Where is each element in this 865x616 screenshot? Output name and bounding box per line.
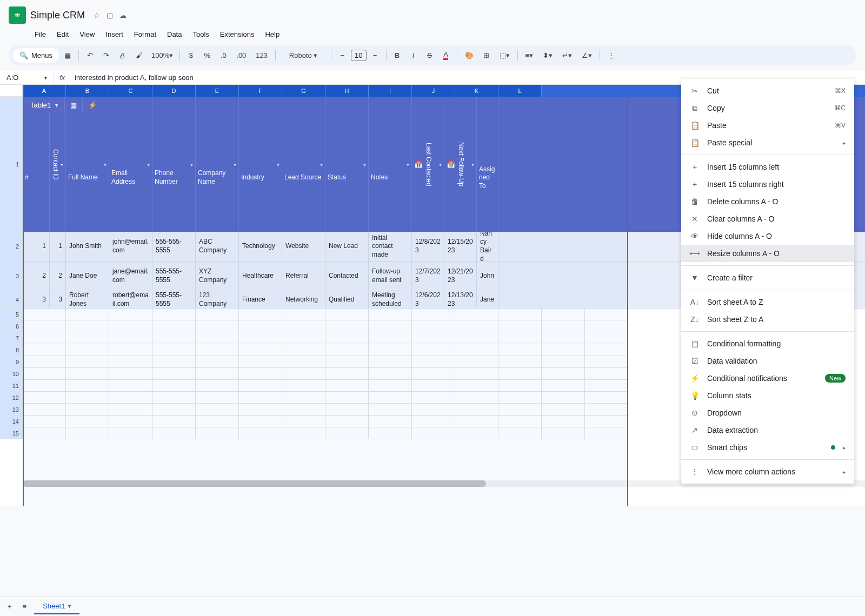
th-num[interactable]: # [23,97,50,232]
paint-format-icon[interactable]: 🖌 [131,47,147,63]
cell[interactable]: 555-555-5555 [152,291,196,308]
cell[interactable] [412,332,455,344]
row-header-6[interactable]: 6 [0,320,23,332]
menu-edit[interactable]: Edit [52,28,73,41]
cell[interactable]: 123 Company [196,291,239,308]
cell[interactable] [282,416,325,427]
col-header-h[interactable]: H [325,85,369,97]
row-header-14[interactable]: 14 [0,416,23,427]
cell[interactable]: 2 [50,262,66,291]
cell[interactable]: jane@email.com [109,262,152,291]
cell[interactable]: 1 [23,232,50,261]
cell[interactable] [196,427,239,439]
cell[interactable] [455,392,498,404]
cell[interactable] [498,404,542,416]
col-header-c[interactable]: C [109,85,152,97]
ctx-copy[interactable]: ⧉Copy⌘C [681,99,854,117]
cell[interactable] [369,320,412,332]
cell[interactable] [152,356,196,368]
cell[interactable] [412,368,455,380]
cell[interactable] [498,380,542,392]
th-lead[interactable]: Lead Source▾ [282,97,325,232]
cell[interactable] [412,404,455,416]
cell[interactable] [325,309,369,320]
cell[interactable] [498,344,542,356]
ctx-sort-za[interactable]: Z↓Sort sheet Z to A [681,311,854,328]
menu-insert[interactable]: Insert [101,28,128,41]
cell[interactable]: Networking [282,291,325,308]
row-header-2[interactable]: 2 [0,232,23,262]
chevron-down-icon[interactable]: ▾ [234,162,236,168]
cell[interactable]: 2 [23,262,50,291]
cell[interactable] [498,427,542,439]
cell[interactable] [498,392,542,404]
th-full-name[interactable]: Full Name▾ [66,97,109,232]
cell[interactable]: Jane Doe [66,262,109,291]
ctx-cond-fmt[interactable]: ▤Conditional formatting [681,335,854,352]
cell[interactable] [412,392,455,404]
cell[interactable] [239,416,282,427]
col-header-k[interactable]: K [455,85,498,97]
cell[interactable] [109,320,152,332]
row-header-5[interactable]: 5 [0,309,23,320]
chevron-down-icon[interactable]: ▾ [277,162,280,168]
ctx-insert-left[interactable]: +Insert 15 columns left [681,158,854,176]
ctx-filter[interactable]: ▼Create a filter [681,269,854,286]
chevron-down-icon[interactable]: ▾ [407,162,409,168]
cell[interactable]: Website [282,232,325,261]
percent-icon[interactable]: % [199,47,215,63]
cell[interactable] [369,404,412,416]
row-header-7[interactable]: 7 [0,332,23,344]
fontsize-input[interactable]: 10 [351,50,366,61]
cell[interactable]: Contacted [325,262,369,291]
cell[interactable] [239,392,282,404]
cell[interactable] [542,332,585,344]
cell[interactable]: Referral [282,262,325,291]
menu-data[interactable]: Data [163,28,186,41]
cell[interactable] [66,320,109,332]
cell[interactable] [412,427,455,439]
cell[interactable] [66,392,109,404]
th-contact-id[interactable]: Contact ID▾ [50,97,66,232]
cell[interactable]: 12/13/2023 [444,291,477,308]
doc-title[interactable]: Simple CRM [30,10,85,21]
ctx-resize[interactable]: ⟷Resize columns A - O [681,245,854,262]
ctx-clear[interactable]: ✕Clear columns A - O [681,210,854,227]
cell[interactable] [325,368,369,380]
cell[interactable] [542,427,585,439]
cell[interactable] [369,427,412,439]
cell[interactable] [369,368,412,380]
cell[interactable] [196,404,239,416]
cell[interactable]: 12/21/2023 [444,262,477,291]
cell[interactable]: 555-555-5555 [152,232,196,261]
cell[interactable]: 1 [50,232,66,261]
increase-decimal-icon[interactable]: .00 [232,47,250,63]
ctx-delete[interactable]: 🗑Delete columns A - O [681,193,854,210]
more-icon[interactable]: ⋮ [603,47,619,63]
zoom-select[interactable]: 100% ▾ [148,47,176,63]
cell[interactable] [152,416,196,427]
cell[interactable] [109,416,152,427]
cell[interactable]: Robert Jones [66,291,109,308]
font-select[interactable]: Roboto ▾ [279,47,328,63]
cell[interactable]: 555-555-5555 [152,262,196,291]
cell[interactable] [369,332,412,344]
cell[interactable]: New Lead [325,232,369,261]
cell[interactable] [109,392,152,404]
cell[interactable] [152,332,196,344]
ctx-data-ext[interactable]: ↗Data extraction [681,421,854,439]
cell[interactable]: John Smith [66,232,109,261]
cell[interactable] [196,380,239,392]
ctx-data-val[interactable]: ☑Data validation [681,352,854,370]
chevron-down-icon[interactable]: ▾ [320,162,323,168]
cell[interactable] [66,427,109,439]
cell[interactable] [152,380,196,392]
fontsize-increase-icon[interactable]: + [368,47,383,63]
cell[interactable] [23,368,66,380]
cell[interactable] [498,356,542,368]
cloud-icon[interactable]: ☁ [119,11,127,19]
print-icon[interactable]: 🖨 [115,47,130,63]
cell[interactable] [455,427,498,439]
cell[interactable] [196,332,239,344]
menu-file[interactable]: File [30,28,50,41]
